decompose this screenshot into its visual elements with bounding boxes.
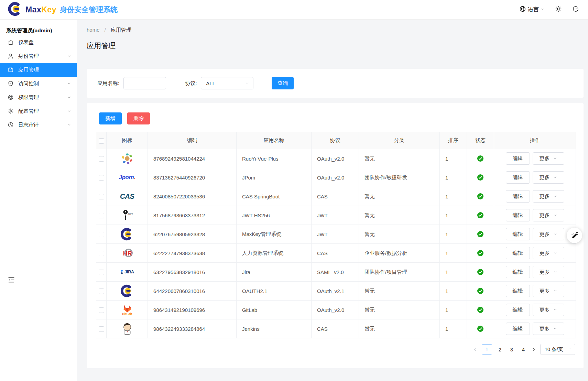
more-button-label: 更多 xyxy=(540,307,550,313)
sidebar-item-config[interactable]: 配置管理 xyxy=(0,104,77,118)
page-number-2[interactable]: 2 xyxy=(496,347,504,352)
sidebar-item-apps[interactable]: 应用管理 xyxy=(0,63,77,77)
user-icon xyxy=(8,53,14,59)
more-button[interactable]: 更多 xyxy=(533,304,564,316)
home-icon xyxy=(8,39,14,45)
app-protocol: JWT xyxy=(312,206,359,225)
edit-button[interactable]: 编辑 xyxy=(506,171,530,184)
edit-button[interactable]: 编辑 xyxy=(506,152,530,165)
select-all-checkbox[interactable] xyxy=(99,138,104,144)
page-size-value: 10 条/页 xyxy=(545,346,563,353)
app-name-input[interactable] xyxy=(123,77,166,89)
breadcrumb-home[interactable]: home xyxy=(87,27,100,33)
next-page-icon[interactable] xyxy=(531,347,536,352)
row-checkbox[interactable] xyxy=(99,175,104,181)
page-number-1[interactable]: 1 xyxy=(482,344,492,355)
chevron-down-icon xyxy=(553,326,557,332)
add-button[interactable]: 新增 xyxy=(99,112,122,124)
row-checkbox[interactable] xyxy=(99,156,104,162)
app-name: 人力资源管理系统 xyxy=(237,244,312,263)
app-sort: 1 xyxy=(440,168,467,187)
protocol-select[interactable]: ALL xyxy=(201,77,253,89)
page-number-3[interactable]: 3 xyxy=(508,347,515,352)
more-button-label: 更多 xyxy=(540,155,550,162)
app-icon-gitlab: GitLab xyxy=(122,301,132,319)
page-size-select[interactable]: 10 条/页 xyxy=(540,344,575,355)
edit-button[interactable]: 编辑 xyxy=(506,190,530,203)
app-code: 622227747938373638 xyxy=(148,244,237,263)
top-bar: MaxKey 身份安全管理系统 语言 xyxy=(0,0,588,20)
prev-page-icon[interactable] xyxy=(473,347,478,352)
edit-button[interactable]: 编辑 xyxy=(506,266,530,278)
app-icon-maxkey xyxy=(121,225,134,243)
app-protocol: OAuth_v2.0 xyxy=(312,149,359,168)
sidebar-item-label: 日志审计 xyxy=(18,122,39,128)
more-button[interactable]: 更多 xyxy=(533,152,564,165)
edit-button[interactable]: 编辑 xyxy=(506,228,530,240)
more-button[interactable]: 更多 xyxy=(533,171,564,184)
more-button[interactable]: 更多 xyxy=(533,266,564,278)
settings-button[interactable] xyxy=(555,6,562,14)
more-button-label: 更多 xyxy=(540,212,550,219)
edit-button[interactable]: 编辑 xyxy=(506,247,530,259)
logout-button[interactable] xyxy=(572,6,579,14)
sidebar-collapse-icon[interactable] xyxy=(8,276,15,284)
shield-icon xyxy=(8,80,14,87)
edit-button[interactable]: 编辑 xyxy=(506,209,530,221)
sidebar-item-label: 访问控制 xyxy=(18,80,39,87)
sidebar-item-identity[interactable]: 身份管理 xyxy=(0,49,77,63)
app-category: 暂无 xyxy=(359,319,440,338)
row-checkbox[interactable] xyxy=(99,194,104,199)
app-name: GitLab xyxy=(237,301,312,319)
delete-button[interactable]: 删除 xyxy=(127,112,150,124)
language-switcher[interactable]: 语言 xyxy=(519,6,545,14)
magic-wand-button[interactable] xyxy=(567,228,582,243)
row-checkbox[interactable] xyxy=(99,270,104,275)
row-checkbox[interactable] xyxy=(99,326,104,332)
table-row: HR622227747938373638人力资源管理系统CAS企业服务/数据分析… xyxy=(96,244,576,263)
sidebar-item-label: 仪表盘 xyxy=(18,39,34,46)
more-button-label: 更多 xyxy=(540,326,550,332)
app-name: CAS SpringBoot xyxy=(237,187,312,206)
app-sort: 1 xyxy=(440,149,467,168)
page-number-4[interactable]: 4 xyxy=(520,347,527,352)
more-button[interactable]: 更多 xyxy=(533,228,564,240)
app-sort: 1 xyxy=(440,263,467,282)
app-code: 824008507220033536 xyxy=(148,187,237,206)
sidebar-item-audit[interactable]: 日志审计 xyxy=(0,118,77,132)
row-checkbox[interactable] xyxy=(99,213,104,218)
edit-button[interactable]: 编辑 xyxy=(506,285,530,297)
table-row: 986432249333284864JenkinsCAS暂无1编辑更多 xyxy=(96,319,576,338)
edit-button[interactable]: 编辑 xyxy=(506,323,530,335)
row-checkbox[interactable] xyxy=(99,251,104,256)
row-checkbox[interactable] xyxy=(99,232,104,237)
table-row: Jpom.837136275440926720JPomOAuth_v2.0团队协… xyxy=(96,168,576,187)
app-name: JPom xyxy=(237,168,312,187)
sidebar-item-dashboard[interactable]: 仪表盘 xyxy=(0,35,77,49)
more-button[interactable]: 更多 xyxy=(533,323,564,335)
chevron-down-icon xyxy=(553,213,557,218)
app-sort: 1 xyxy=(440,244,467,263)
edit-button[interactable]: 编辑 xyxy=(506,304,530,316)
more-button[interactable]: 更多 xyxy=(533,247,564,259)
more-button-label: 更多 xyxy=(540,250,550,257)
more-button[interactable]: 更多 xyxy=(533,209,564,221)
apps-table: 图标编码应用名称协议分类排序状态操作 876892492581044224Ruo… xyxy=(96,132,576,338)
column-header: 分类 xyxy=(359,132,440,149)
app-category: 暂无 xyxy=(359,149,440,168)
app-name: Jenkins xyxy=(237,319,312,338)
search-button[interactable]: 查询 xyxy=(272,77,294,89)
chevron-down-icon xyxy=(67,123,71,127)
row-checkbox[interactable] xyxy=(99,307,104,313)
row-checkbox[interactable] xyxy=(99,289,104,294)
app-icon-jpom: Jpom. xyxy=(119,168,135,186)
column-header: 排序 xyxy=(440,132,467,149)
more-button[interactable]: 更多 xyxy=(533,190,564,203)
app-icon-jwt: JWT xyxy=(121,206,133,224)
app-icon-maxkey xyxy=(121,282,134,300)
more-button[interactable]: 更多 xyxy=(533,285,564,297)
app-category: 暂无 xyxy=(359,282,440,301)
sidebar-item-access[interactable]: 访问控制 xyxy=(0,77,77,90)
status-check-circle-icon xyxy=(477,155,484,161)
sidebar-item-permissions[interactable]: 权限管理 xyxy=(0,90,77,104)
